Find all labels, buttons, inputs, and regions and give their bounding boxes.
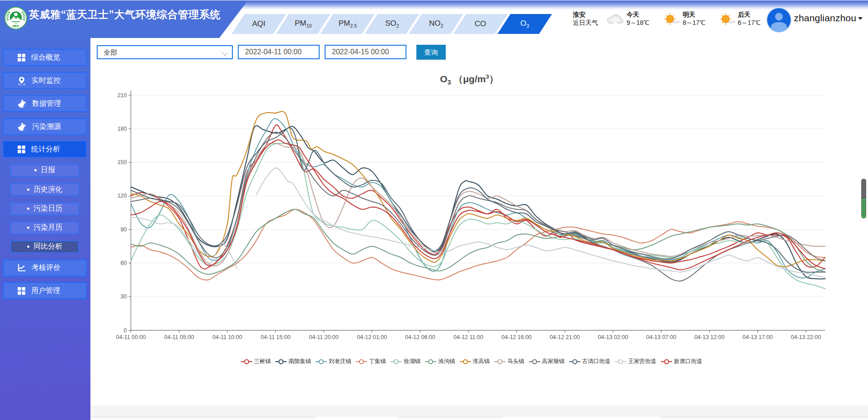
svg-text:04-12 21:00: 04-12 21:00 — [550, 334, 580, 340]
svg-text:04-13 07:00: 04-13 07:00 — [646, 334, 676, 340]
svg-text:04-13 17:00: 04-13 17:00 — [743, 334, 773, 340]
svg-text:04-12 01:00: 04-12 01:00 — [357, 334, 387, 340]
svg-text:120: 120 — [118, 193, 127, 199]
svg-text:30: 30 — [121, 293, 127, 300]
svg-text:04-11 05:00: 04-11 05:00 — [164, 334, 194, 340]
svg-text:04-11 10:00: 04-11 10:00 — [212, 334, 242, 340]
svg-text:180: 180 — [118, 126, 127, 132]
svg-text:04-11 15:00: 04-11 15:00 — [261, 334, 291, 340]
svg-text:90: 90 — [121, 227, 127, 233]
svg-text:04-13 12:00: 04-13 12:00 — [694, 334, 725, 340]
svg-text:04-12 11:00: 04-12 11:00 — [453, 334, 483, 340]
svg-text:04-13 02:00: 04-13 02:00 — [598, 334, 628, 340]
svg-text:150: 150 — [118, 159, 127, 165]
svg-text:04-13 22:00: 04-13 22:00 — [791, 334, 821, 340]
svg-text:MEE: MEE — [13, 24, 19, 28]
svg-text:0: 0 — [124, 327, 127, 334]
svg-text:04-12 06:00: 04-12 06:00 — [405, 334, 435, 340]
svg-text:04-12 16:00: 04-12 16:00 — [501, 334, 532, 340]
svg-text:60: 60 — [121, 260, 127, 266]
svg-text:04-11 00:00: 04-11 00:00 — [116, 334, 146, 340]
svg-text:04-11 20:00: 04-11 20:00 — [309, 334, 339, 340]
svg-text:210: 210 — [118, 92, 127, 99]
